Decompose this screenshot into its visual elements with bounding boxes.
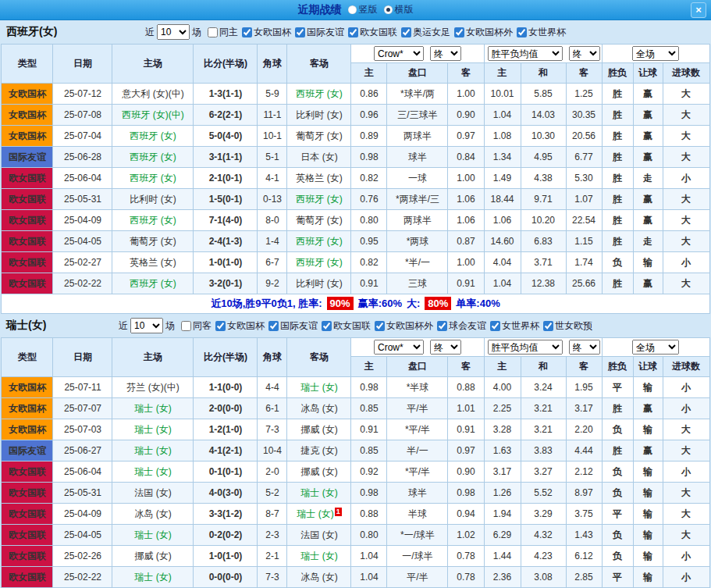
match-date: 25-02-27 — [53, 252, 112, 273]
layout-horizontal-radio[interactable]: 横版 — [384, 3, 414, 16]
results-table: 类型日期主场比分(半场)角球客场Crow*终胜平负均值终全场 主盘口客主和客胜负… — [1, 44, 709, 314]
result-handicap: 赢 — [633, 126, 663, 147]
checkbox-icon[interactable] — [242, 27, 252, 37]
filter-checkbox-2[interactable]: 国际友谊 — [268, 319, 318, 333]
filter-checkbox-1[interactable]: 女欧国杯 — [242, 26, 291, 39]
column-header: 客 — [566, 357, 602, 377]
away-team: 比利时 (女) — [287, 273, 351, 294]
competition-type-badge: 欧女国联 — [2, 546, 53, 567]
avg-draw-odds: 3.21 — [521, 398, 566, 419]
near-label: 近 — [119, 319, 128, 333]
avg-draw-odds: 5.85 — [521, 84, 566, 105]
avg-final-select[interactable]: 终 — [569, 46, 600, 61]
avg-home-odds: 1.08 — [484, 126, 521, 147]
away-team: 西班牙 (女) — [287, 84, 351, 105]
checkbox-icon[interactable] — [215, 321, 226, 331]
competition-type-badge: 欧女国联 — [2, 273, 53, 294]
layout-vertical-radio[interactable]: 竖版 — [348, 3, 378, 16]
home-team: 西班牙 (女) — [112, 147, 194, 168]
recent-count-select[interactable]: 10 — [130, 318, 163, 333]
corner-score: 11-1 — [258, 105, 287, 126]
filter-checkbox-6[interactable]: 女世界杯 — [517, 26, 566, 39]
checkbox-icon[interactable] — [454, 27, 464, 37]
home-team: 芬兰 (女)(中) — [112, 377, 194, 398]
handicap-final-select[interactable]: 终 — [430, 46, 461, 61]
competition-type-badge: 女欧国杯 — [2, 377, 53, 398]
corner-score: 7-3 — [258, 419, 287, 440]
away-team: 日本 (女) — [287, 147, 351, 168]
checkbox-icon[interactable] — [348, 27, 358, 37]
avg-final-select[interactable]: 终 — [569, 340, 600, 355]
filter-checkbox-4[interactable]: 女欧国杯外 — [375, 319, 433, 333]
avg-away-odds: 8.97 — [566, 483, 602, 504]
away-team: 英格兰 (女) — [287, 168, 351, 189]
handicap-final-select[interactable]: 终 — [430, 340, 461, 355]
avg-home-odds: 1.06 — [484, 210, 521, 231]
checkbox-icon[interactable] — [181, 321, 191, 331]
handicap-away-odds: 1.02 — [448, 525, 484, 546]
match-date: 25-02-22 — [53, 567, 112, 588]
scope-select[interactable]: 全场 — [632, 46, 679, 61]
result-handicap: 输 — [633, 525, 663, 546]
filter-checkbox-2[interactable]: 国际友谊 — [295, 26, 344, 39]
handicap-away-odds: 0.98 — [448, 483, 484, 504]
filter-checkbox-label: 球会友谊 — [449, 319, 486, 333]
home-team: 挪威 (女) — [112, 546, 194, 567]
checkbox-icon[interactable] — [375, 321, 385, 331]
competition-type-badge: 欧女国联 — [2, 483, 53, 504]
avg-away-odds: 2.85 — [566, 567, 602, 588]
away-team: 西班牙 (女) — [287, 189, 351, 210]
competition-type-badge: 女欧国杯 — [2, 84, 53, 105]
filter-checkbox-5[interactable]: 女欧国杯外 — [454, 26, 513, 39]
checkbox-icon[interactable] — [543, 321, 553, 331]
bookmaker-select[interactable]: Crow* — [374, 46, 424, 61]
filter-checkbox-6[interactable]: 女世界杯 — [490, 319, 539, 333]
match-score: 4-1(2-1) — [194, 440, 258, 461]
avg-draw-odds: 3.27 — [521, 461, 566, 483]
checkbox-icon[interactable] — [437, 321, 447, 331]
result-goals: 大 — [663, 147, 709, 168]
filter-checkbox-4[interactable]: 奥运女足 — [401, 26, 450, 39]
match-date: 25-04-05 — [53, 231, 112, 252]
avg-draw-odds: 4.38 — [521, 168, 566, 189]
filter-checkbox-0[interactable]: 同主 — [208, 26, 238, 39]
match-row: 国际友谊25-06-27瑞士 (女)4-1(2-1)10-4捷克 (女)0.85… — [2, 440, 709, 461]
result-handicap: 输 — [633, 546, 663, 567]
avg-home-odds: 2.25 — [484, 398, 521, 419]
result-handicap: 赢 — [633, 398, 663, 419]
filter-checkbox-3[interactable]: 欧女国联 — [348, 26, 397, 39]
column-header: 角球 — [258, 45, 287, 84]
avg-type-select[interactable]: 胜平负均值 — [488, 46, 563, 61]
checkbox-icon[interactable] — [401, 27, 411, 37]
filter-checkbox-1[interactable]: 女欧国杯 — [215, 319, 265, 333]
corner-score: 6-1 — [258, 398, 287, 419]
handicap-home-odds: 0.85 — [351, 398, 387, 419]
match-row: 欧女国联25-06-04瑞士 (女)0-1(0-1)2-0挪威 (女)0.92*… — [2, 461, 709, 483]
filter-checkbox-7[interactable]: 世女欧预 — [543, 319, 592, 333]
filter-checkbox-3[interactable]: 欧女国联 — [322, 319, 371, 333]
result-handicap: 输 — [633, 504, 663, 525]
filter-checkbox-5[interactable]: 球会友谊 — [437, 319, 486, 333]
scope-select[interactable]: 全场 — [632, 340, 679, 355]
checkbox-icon[interactable] — [490, 321, 500, 331]
competition-filters: 同主女欧国杯国际友谊欧女国联奥运女足女欧国杯外女世界杯 — [204, 26, 566, 39]
result-outcome: 负 — [602, 461, 633, 483]
corner-score: 10-1 — [258, 126, 287, 147]
rate-chip: 80% — [425, 297, 451, 310]
handicap-away-odds: 0.94 — [448, 504, 484, 525]
handicap-line: *两球 — [387, 231, 448, 252]
avg-type-select[interactable]: 胜平负均值 — [488, 340, 563, 355]
filter-checkbox-0[interactable]: 同客 — [181, 319, 212, 333]
checkbox-icon[interactable] — [295, 27, 305, 37]
checkbox-icon[interactable] — [268, 321, 279, 331]
match-score: 0-0(0-0) — [194, 567, 258, 588]
checkbox-icon[interactable] — [208, 27, 218, 37]
titlebar: 近期战绩 竖版 横版 × — [0, 0, 711, 20]
recent-count-select[interactable]: 10 — [157, 24, 190, 40]
result-handicap: 输 — [633, 461, 663, 483]
checkbox-icon[interactable] — [322, 321, 332, 331]
bookmaker-select[interactable]: Crow* — [374, 340, 424, 355]
close-button[interactable]: × — [691, 2, 706, 18]
checkbox-icon[interactable] — [517, 27, 527, 37]
home-team: 西班牙 (女) — [112, 273, 194, 294]
